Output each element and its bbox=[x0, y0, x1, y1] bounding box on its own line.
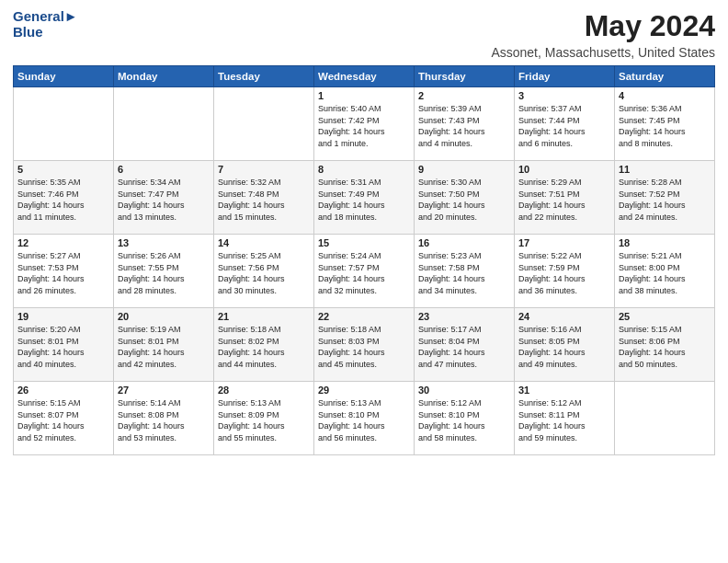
day-number: 7 bbox=[218, 164, 310, 175]
day-number: 6 bbox=[118, 164, 210, 175]
day-cell: 10Sunrise: 5:29 AMSunset: 7:51 PMDayligh… bbox=[515, 161, 615, 235]
day-info: Sunrise: 5:22 AMSunset: 7:59 PMDaylight:… bbox=[518, 250, 610, 296]
day-cell: 3Sunrise: 5:37 AMSunset: 7:44 PMDaylight… bbox=[515, 87, 615, 161]
calendar-header-row: SundayMondayTuesdayWednesdayThursdayFrid… bbox=[14, 66, 715, 87]
day-number: 9 bbox=[418, 164, 510, 175]
day-info: Sunrise: 5:34 AMSunset: 7:47 PMDaylight:… bbox=[118, 177, 210, 223]
day-info: Sunrise: 5:27 AMSunset: 7:53 PMDaylight:… bbox=[17, 250, 109, 296]
logo-general: General► bbox=[13, 9, 78, 25]
col-header-sunday: Sunday bbox=[14, 66, 114, 87]
day-cell: 26Sunrise: 5:15 AMSunset: 8:07 PMDayligh… bbox=[14, 382, 114, 455]
day-cell bbox=[615, 382, 715, 455]
day-cell: 16Sunrise: 5:23 AMSunset: 7:58 PMDayligh… bbox=[415, 235, 515, 308]
day-number: 4 bbox=[619, 90, 711, 101]
day-cell: 17Sunrise: 5:22 AMSunset: 7:59 PMDayligh… bbox=[515, 235, 615, 308]
day-cell: 18Sunrise: 5:21 AMSunset: 8:00 PMDayligh… bbox=[615, 235, 715, 308]
day-cell: 23Sunrise: 5:17 AMSunset: 8:04 PMDayligh… bbox=[415, 308, 515, 382]
day-cell: 24Sunrise: 5:16 AMSunset: 8:05 PMDayligh… bbox=[515, 308, 615, 382]
day-cell: 13Sunrise: 5:26 AMSunset: 7:55 PMDayligh… bbox=[114, 235, 214, 308]
day-cell: 2Sunrise: 5:39 AMSunset: 7:43 PMDaylight… bbox=[415, 87, 515, 161]
header: General► Blue May 2024 Assonet, Massachu… bbox=[13, 9, 715, 60]
day-number: 13 bbox=[118, 237, 210, 248]
day-cell: 1Sunrise: 5:40 AMSunset: 7:42 PMDaylight… bbox=[314, 87, 415, 161]
day-cell: 29Sunrise: 5:13 AMSunset: 8:10 PMDayligh… bbox=[314, 382, 415, 455]
col-header-friday: Friday bbox=[515, 66, 615, 87]
day-cell: 20Sunrise: 5:19 AMSunset: 8:01 PMDayligh… bbox=[114, 308, 214, 382]
day-info: Sunrise: 5:15 AMSunset: 8:07 PMDaylight:… bbox=[17, 397, 109, 443]
day-info: Sunrise: 5:37 AMSunset: 7:44 PMDaylight:… bbox=[518, 103, 610, 149]
day-info: Sunrise: 5:13 AMSunset: 8:10 PMDaylight:… bbox=[318, 397, 410, 443]
day-info: Sunrise: 5:18 AMSunset: 8:03 PMDaylight:… bbox=[318, 324, 410, 370]
day-cell: 25Sunrise: 5:15 AMSunset: 8:06 PMDayligh… bbox=[615, 308, 715, 382]
day-cell: 19Sunrise: 5:20 AMSunset: 8:01 PMDayligh… bbox=[14, 308, 114, 382]
page-container: General► Blue May 2024 Assonet, Massachu… bbox=[0, 0, 728, 463]
day-info: Sunrise: 5:23 AMSunset: 7:58 PMDaylight:… bbox=[418, 250, 510, 296]
day-info: Sunrise: 5:32 AMSunset: 7:48 PMDaylight:… bbox=[218, 177, 310, 223]
subtitle: Assonet, Massachusetts, United States bbox=[491, 45, 715, 60]
day-number: 21 bbox=[218, 311, 310, 322]
day-info: Sunrise: 5:31 AMSunset: 7:49 PMDaylight:… bbox=[318, 177, 410, 223]
day-number: 12 bbox=[17, 237, 109, 248]
week-row-3: 12Sunrise: 5:27 AMSunset: 7:53 PMDayligh… bbox=[14, 235, 715, 308]
day-cell: 28Sunrise: 5:13 AMSunset: 8:09 PMDayligh… bbox=[214, 382, 314, 455]
calendar-body: 1Sunrise: 5:40 AMSunset: 7:42 PMDaylight… bbox=[14, 87, 715, 455]
day-cell bbox=[14, 87, 114, 161]
day-number: 29 bbox=[318, 385, 410, 396]
day-number: 2 bbox=[418, 90, 510, 101]
day-info: Sunrise: 5:40 AMSunset: 7:42 PMDaylight:… bbox=[318, 103, 410, 149]
day-cell: 7Sunrise: 5:32 AMSunset: 7:48 PMDaylight… bbox=[214, 161, 314, 235]
week-row-4: 19Sunrise: 5:20 AMSunset: 8:01 PMDayligh… bbox=[14, 308, 715, 382]
day-info: Sunrise: 5:12 AMSunset: 8:10 PMDaylight:… bbox=[418, 397, 510, 443]
day-number: 11 bbox=[619, 164, 711, 175]
day-cell bbox=[114, 87, 214, 161]
day-number: 26 bbox=[17, 385, 109, 396]
day-number: 22 bbox=[318, 311, 410, 322]
day-info: Sunrise: 5:25 AMSunset: 7:56 PMDaylight:… bbox=[218, 250, 310, 296]
week-row-1: 1Sunrise: 5:40 AMSunset: 7:42 PMDaylight… bbox=[14, 87, 715, 161]
day-info: Sunrise: 5:14 AMSunset: 8:08 PMDaylight:… bbox=[118, 397, 210, 443]
col-header-tuesday: Tuesday bbox=[214, 66, 314, 87]
week-row-5: 26Sunrise: 5:15 AMSunset: 8:07 PMDayligh… bbox=[14, 382, 715, 455]
day-number: 3 bbox=[518, 90, 610, 101]
day-cell: 11Sunrise: 5:28 AMSunset: 7:52 PMDayligh… bbox=[615, 161, 715, 235]
day-info: Sunrise: 5:15 AMSunset: 8:06 PMDaylight:… bbox=[619, 324, 711, 370]
day-info: Sunrise: 5:16 AMSunset: 8:05 PMDaylight:… bbox=[518, 324, 610, 370]
day-cell: 8Sunrise: 5:31 AMSunset: 7:49 PMDaylight… bbox=[314, 161, 415, 235]
day-info: Sunrise: 5:13 AMSunset: 8:09 PMDaylight:… bbox=[218, 397, 310, 443]
day-number: 20 bbox=[118, 311, 210, 322]
col-header-thursday: Thursday bbox=[415, 66, 515, 87]
col-header-saturday: Saturday bbox=[615, 66, 715, 87]
day-number: 23 bbox=[418, 311, 510, 322]
day-number: 31 bbox=[518, 385, 610, 396]
day-info: Sunrise: 5:20 AMSunset: 8:01 PMDaylight:… bbox=[17, 324, 109, 370]
logo: General► Blue bbox=[13, 9, 78, 40]
day-cell bbox=[214, 87, 314, 161]
day-cell: 4Sunrise: 5:36 AMSunset: 7:45 PMDaylight… bbox=[615, 87, 715, 161]
day-info: Sunrise: 5:21 AMSunset: 8:00 PMDaylight:… bbox=[619, 250, 711, 296]
main-title: May 2024 bbox=[491, 9, 715, 43]
day-number: 10 bbox=[518, 164, 610, 175]
day-cell: 6Sunrise: 5:34 AMSunset: 7:47 PMDaylight… bbox=[114, 161, 214, 235]
calendar-table: SundayMondayTuesdayWednesdayThursdayFrid… bbox=[13, 65, 715, 455]
day-cell: 31Sunrise: 5:12 AMSunset: 8:11 PMDayligh… bbox=[515, 382, 615, 455]
day-info: Sunrise: 5:24 AMSunset: 7:57 PMDaylight:… bbox=[318, 250, 410, 296]
day-cell: 30Sunrise: 5:12 AMSunset: 8:10 PMDayligh… bbox=[415, 382, 515, 455]
day-cell: 27Sunrise: 5:14 AMSunset: 8:08 PMDayligh… bbox=[114, 382, 214, 455]
day-cell: 15Sunrise: 5:24 AMSunset: 7:57 PMDayligh… bbox=[314, 235, 415, 308]
day-info: Sunrise: 5:29 AMSunset: 7:51 PMDaylight:… bbox=[518, 177, 610, 223]
day-info: Sunrise: 5:17 AMSunset: 8:04 PMDaylight:… bbox=[418, 324, 510, 370]
day-number: 17 bbox=[518, 237, 610, 248]
day-number: 1 bbox=[318, 90, 410, 101]
day-info: Sunrise: 5:18 AMSunset: 8:02 PMDaylight:… bbox=[218, 324, 310, 370]
logo-blue: Blue bbox=[13, 25, 78, 40]
day-number: 19 bbox=[17, 311, 109, 322]
day-number: 27 bbox=[118, 385, 210, 396]
col-header-wednesday: Wednesday bbox=[314, 66, 415, 87]
day-info: Sunrise: 5:35 AMSunset: 7:46 PMDaylight:… bbox=[17, 177, 109, 223]
col-header-monday: Monday bbox=[114, 66, 214, 87]
day-number: 18 bbox=[619, 237, 711, 248]
day-cell: 22Sunrise: 5:18 AMSunset: 8:03 PMDayligh… bbox=[314, 308, 415, 382]
week-row-2: 5Sunrise: 5:35 AMSunset: 7:46 PMDaylight… bbox=[14, 161, 715, 235]
day-cell: 21Sunrise: 5:18 AMSunset: 8:02 PMDayligh… bbox=[214, 308, 314, 382]
day-info: Sunrise: 5:28 AMSunset: 7:52 PMDaylight:… bbox=[619, 177, 711, 223]
